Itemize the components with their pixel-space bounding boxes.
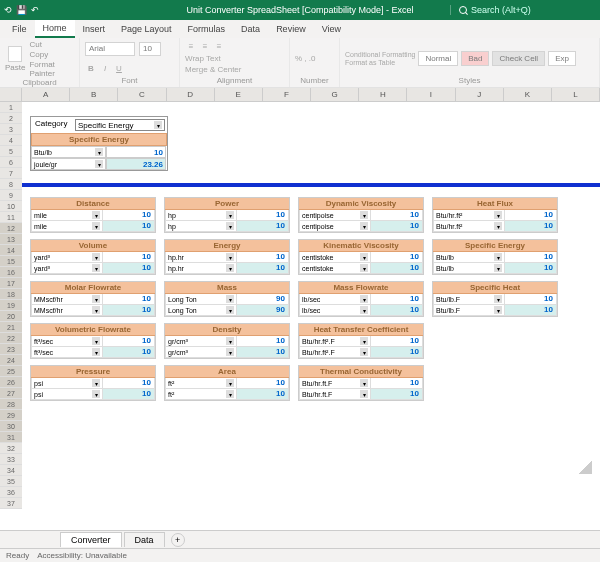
value-from[interactable]: 10 <box>505 252 557 263</box>
unit-from-dropdown[interactable]: lb/sec▾ <box>299 294 371 305</box>
col-j[interactable]: J <box>456 88 504 101</box>
align-center-icon[interactable]: ≡ <box>199 40 211 52</box>
worksheet[interactable]: 1234567891011121314151617181920212223242… <box>0 102 600 522</box>
menu-insert[interactable]: Insert <box>75 21 114 37</box>
col-e[interactable]: E <box>215 88 263 101</box>
row-header[interactable]: 24 <box>0 355 22 366</box>
col-h[interactable]: H <box>359 88 407 101</box>
unit-to-dropdown[interactable]: Btu/lb▾ <box>433 263 505 274</box>
row-header[interactable]: 37 <box>0 498 22 509</box>
row-header[interactable]: 9 <box>0 190 22 201</box>
row-header[interactable]: 11 <box>0 212 22 223</box>
unit-from-dropdown[interactable]: Btu/hr.ft²▾ <box>433 210 505 221</box>
col-b[interactable]: B <box>70 88 118 101</box>
col-f[interactable]: F <box>263 88 311 101</box>
row-header[interactable]: 20 <box>0 311 22 322</box>
row-header[interactable]: 21 <box>0 322 22 333</box>
add-sheet-button[interactable]: + <box>171 533 185 547</box>
col-i[interactable]: I <box>407 88 455 101</box>
col-g[interactable]: G <box>311 88 359 101</box>
col-a[interactable]: A <box>22 88 70 101</box>
menu-view[interactable]: View <box>314 21 349 37</box>
col-l[interactable]: L <box>552 88 600 101</box>
select-all-corner[interactable] <box>0 88 22 101</box>
value-from[interactable]: 10 <box>505 210 557 221</box>
row-header[interactable]: 3 <box>0 124 22 135</box>
unit-from-dropdown[interactable]: Btu/lb▾ <box>433 252 505 263</box>
col-k[interactable]: K <box>504 88 552 101</box>
row-header[interactable]: 30 <box>0 421 22 432</box>
row-header[interactable]: 27 <box>0 388 22 399</box>
unit-from-dropdown[interactable]: Btu/hr.ft.F▾ <box>299 378 371 389</box>
row-header[interactable]: 5 <box>0 146 22 157</box>
style-check-cell[interactable]: Check Cell <box>492 51 545 66</box>
format-table-button[interactable]: Format as Table <box>345 59 415 66</box>
row-header[interactable]: 12 <box>0 223 22 234</box>
row-header[interactable]: 22 <box>0 333 22 344</box>
value-from[interactable]: 10 <box>237 252 289 263</box>
row-header[interactable]: 2 <box>0 113 22 124</box>
paste-button[interactable]: Paste <box>5 46 25 72</box>
value-from[interactable]: 10 <box>103 252 155 263</box>
menu-data[interactable]: Data <box>233 21 268 37</box>
row-header[interactable]: 15 <box>0 256 22 267</box>
style-normal[interactable]: Normal <box>418 51 458 66</box>
row-header[interactable]: 23 <box>0 344 22 355</box>
copy-button[interactable]: Copy <box>29 50 74 59</box>
value-from[interactable]: 90 <box>237 294 289 305</box>
value-from[interactable]: 10 <box>237 378 289 389</box>
category-dropdown[interactable]: Specific Energy▾ <box>75 119 165 131</box>
unit-from-dropdown[interactable]: gr/cm³▾ <box>165 336 237 347</box>
value-from[interactable]: 10 <box>237 210 289 221</box>
menu-file[interactable]: File <box>4 21 35 37</box>
tab-data[interactable]: Data <box>124 532 165 547</box>
value-from[interactable]: 10 <box>371 210 423 221</box>
row-header[interactable]: 1 <box>0 102 22 113</box>
cut-button[interactable]: Cut <box>29 40 74 49</box>
unit-to-dropdown[interactable]: lb/sec▾ <box>299 305 371 316</box>
unit-from-dropdown[interactable]: ft²▾ <box>165 378 237 389</box>
row-header[interactable]: 10 <box>0 201 22 212</box>
row-header[interactable]: 35 <box>0 476 22 487</box>
top-unit-from[interactable]: Btu/lb▾ <box>31 146 106 158</box>
unit-to-dropdown[interactable]: mile▾ <box>31 221 103 232</box>
style-exp[interactable]: Exp <box>548 51 576 66</box>
unit-from-dropdown[interactable]: hp▾ <box>165 210 237 221</box>
value-from[interactable]: 10 <box>371 252 423 263</box>
col-d[interactable]: D <box>167 88 215 101</box>
row-header[interactable]: 7 <box>0 168 22 179</box>
row-header[interactable]: 14 <box>0 245 22 256</box>
menu-review[interactable]: Review <box>268 21 314 37</box>
unit-to-dropdown[interactable]: Long Ton▾ <box>165 305 237 316</box>
unit-to-dropdown[interactable]: MMscf/hr▾ <box>31 305 103 316</box>
unit-to-dropdown[interactable]: ft³/sec▾ <box>31 347 103 358</box>
row-header[interactable]: 29 <box>0 410 22 421</box>
col-c[interactable]: C <box>118 88 166 101</box>
row-header[interactable]: 17 <box>0 278 22 289</box>
unit-to-dropdown[interactable]: centistoke▾ <box>299 263 371 274</box>
unit-to-dropdown[interactable]: centipoise▾ <box>299 221 371 232</box>
unit-from-dropdown[interactable]: ft³/sec▾ <box>31 336 103 347</box>
row-header[interactable]: 25 <box>0 366 22 377</box>
unit-from-dropdown[interactable]: hp.hr▾ <box>165 252 237 263</box>
save-icon[interactable]: 💾 <box>16 5 27 15</box>
row-header[interactable]: 4 <box>0 135 22 146</box>
unit-to-dropdown[interactable]: gr/cm³▾ <box>165 347 237 358</box>
unit-to-dropdown[interactable]: Btu/lb.F▾ <box>433 305 505 316</box>
unit-from-dropdown[interactable]: centistoke▾ <box>299 252 371 263</box>
row-header[interactable]: 13 <box>0 234 22 245</box>
unit-to-dropdown[interactable]: psi▾ <box>31 389 103 400</box>
font-name[interactable]: Arial <box>85 42 135 56</box>
italic-button[interactable]: I <box>99 63 111 75</box>
top-value-from[interactable]: 10 <box>106 146 166 158</box>
unit-from-dropdown[interactable]: mile▾ <box>31 210 103 221</box>
search-box[interactable]: Search (Alt+Q) <box>450 5 600 15</box>
row-header[interactable]: 36 <box>0 487 22 498</box>
underline-button[interactable]: U <box>113 63 125 75</box>
unit-from-dropdown[interactable]: centipoise▾ <box>299 210 371 221</box>
align-left-icon[interactable]: ≡ <box>185 40 197 52</box>
wrap-text-button[interactable]: Wrap Text <box>185 54 221 63</box>
value-from[interactable]: 10 <box>371 294 423 305</box>
row-header[interactable]: 16 <box>0 267 22 278</box>
style-bad[interactable]: Bad <box>461 51 489 66</box>
